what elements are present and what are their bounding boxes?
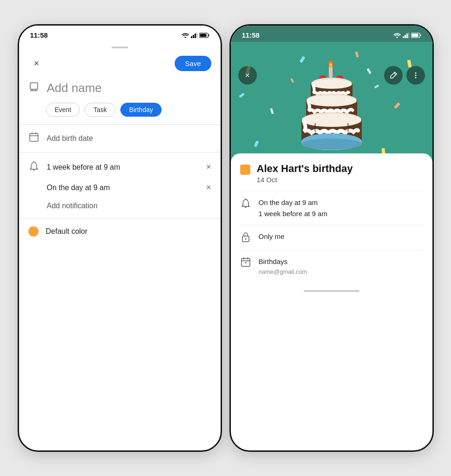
event-title-info: Alex Hart's birthday 14 Oct bbox=[257, 163, 353, 184]
svg-point-45 bbox=[415, 73, 416, 74]
phone2: 11:58 bbox=[229, 24, 434, 452]
bell-detail-svg bbox=[241, 198, 250, 208]
save-button[interactable]: Save bbox=[175, 56, 211, 71]
svg-rect-21 bbox=[420, 34, 421, 36]
svg-line-44 bbox=[394, 73, 396, 75]
svg-point-41 bbox=[302, 114, 361, 127]
confetti-8 bbox=[254, 141, 259, 147]
home-indicator bbox=[304, 290, 359, 292]
battery-icon-1 bbox=[199, 33, 209, 38]
status-bar-1: 11:58 bbox=[19, 26, 221, 42]
name-icon bbox=[28, 81, 39, 95]
birthday-type-button[interactable]: Birthday bbox=[120, 103, 162, 117]
add-notification[interactable]: Add notification bbox=[19, 197, 221, 215]
bell-detail-icon bbox=[240, 198, 251, 211]
wifi-icon-2 bbox=[393, 33, 401, 38]
visibility-text-block: Only me bbox=[259, 231, 285, 242]
notification-close-1[interactable]: × bbox=[206, 162, 211, 172]
task-type-button[interactable]: Task bbox=[85, 103, 116, 117]
notifications-detail-row: On the day at 9 am 1 week before at 9 am bbox=[240, 191, 423, 225]
svg-rect-3 bbox=[196, 33, 197, 38]
svg-rect-22 bbox=[412, 33, 418, 37]
calendar-detail-svg bbox=[241, 257, 251, 267]
notification-text-2: On the day at 9 am bbox=[47, 184, 199, 192]
calendar-detail-icon bbox=[240, 257, 251, 270]
time-2: 11:58 bbox=[242, 31, 260, 39]
notification-text-1: 1 week before at 9 am bbox=[47, 163, 199, 172]
svg-point-46 bbox=[415, 75, 416, 76]
person-icon bbox=[28, 81, 39, 93]
cake bbox=[288, 61, 376, 153]
visibility-text: Only me bbox=[259, 231, 285, 242]
event-title: Alex Hart's birthday bbox=[257, 163, 353, 175]
type-buttons: Event Task Birthday bbox=[19, 103, 221, 124]
confetti-6 bbox=[394, 102, 400, 109]
svg-rect-17 bbox=[405, 35, 406, 38]
calendar-svg bbox=[29, 132, 39, 142]
svg-rect-11 bbox=[30, 133, 38, 141]
notifications-text-block: On the day at 9 am 1 week before at 9 am bbox=[259, 197, 327, 219]
bell-svg-1 bbox=[29, 161, 39, 171]
svg-rect-19 bbox=[408, 33, 409, 38]
svg-point-33 bbox=[311, 79, 352, 89]
phones-container: 11:58 bbox=[18, 24, 434, 452]
calendar-detail-row: Birthdays name@gmail.com bbox=[240, 250, 423, 283]
phone1: 11:58 bbox=[18, 24, 222, 452]
signal-icon-2 bbox=[403, 33, 409, 38]
form-header: × Save bbox=[19, 51, 221, 77]
hero-actions-right bbox=[384, 66, 425, 85]
svg-rect-16 bbox=[403, 36, 404, 38]
event-color-badge bbox=[240, 165, 250, 175]
svg-rect-6 bbox=[200, 33, 206, 37]
event-type-button[interactable]: Event bbox=[46, 103, 80, 117]
status-bar-2: 11:58 bbox=[231, 26, 432, 42]
svg-point-37 bbox=[307, 95, 357, 106]
svg-rect-1 bbox=[193, 35, 194, 38]
calendar-text-block: Birthdays name@gmail.com bbox=[259, 256, 307, 277]
drag-handle[interactable] bbox=[19, 42, 221, 51]
event-date: 14 Oct bbox=[257, 176, 353, 184]
event-title-row: Alex Hart's birthday 14 Oct bbox=[240, 163, 423, 184]
color-dot bbox=[28, 226, 39, 237]
svg-rect-55 bbox=[245, 262, 247, 264]
notification-row-1: 1 week before at 9 am × bbox=[19, 156, 221, 178]
event-name-row[interactable]: Add name bbox=[19, 77, 221, 103]
calendar-email: name@gmail.com bbox=[259, 267, 307, 277]
battery-icon-2 bbox=[411, 33, 421, 38]
calendar-name: Birthdays bbox=[259, 256, 307, 267]
notification-close-2[interactable]: × bbox=[206, 183, 211, 192]
lock-svg bbox=[241, 232, 250, 242]
bell-icon-1 bbox=[28, 161, 39, 173]
birth-date-row[interactable]: Add birth date bbox=[19, 125, 221, 152]
phone1-content: × Save Add name Event T bbox=[19, 42, 221, 446]
close-button[interactable]: × bbox=[28, 55, 45, 72]
svg-point-47 bbox=[415, 77, 416, 79]
svg-rect-2 bbox=[195, 33, 196, 38]
notifications-section: 1 week before at 9 am × On the day at 9 … bbox=[19, 152, 221, 218]
cake-svg bbox=[288, 61, 376, 152]
svg-rect-18 bbox=[406, 33, 408, 38]
svg-point-50 bbox=[245, 238, 246, 240]
more-button[interactable] bbox=[406, 66, 425, 85]
confetti-9 bbox=[355, 51, 359, 57]
notif-detail-2: 1 week before at 9 am bbox=[259, 208, 327, 219]
hero-image: × bbox=[231, 42, 432, 163]
hero-close-button[interactable]: × bbox=[238, 66, 257, 85]
svg-point-25 bbox=[329, 63, 332, 67]
edit-icon bbox=[389, 71, 398, 79]
drag-handle-bar bbox=[111, 46, 128, 48]
svg-rect-5 bbox=[208, 34, 209, 36]
notification-row-2: On the day at 9 am × bbox=[19, 178, 221, 197]
time-1: 11:58 bbox=[30, 31, 48, 39]
hero-close-icon: × bbox=[245, 71, 250, 80]
wifi-icon-1 bbox=[182, 33, 189, 38]
event-name-placeholder: Add name bbox=[47, 81, 102, 95]
svg-point-43 bbox=[301, 139, 362, 150]
visibility-row: Only me bbox=[240, 225, 423, 250]
edit-button[interactable] bbox=[384, 66, 403, 85]
svg-rect-7 bbox=[30, 83, 38, 89]
lock-icon bbox=[240, 232, 251, 245]
color-label: Default color bbox=[46, 227, 88, 236]
status-icons-2 bbox=[393, 33, 421, 38]
color-row[interactable]: Default color bbox=[19, 219, 221, 244]
